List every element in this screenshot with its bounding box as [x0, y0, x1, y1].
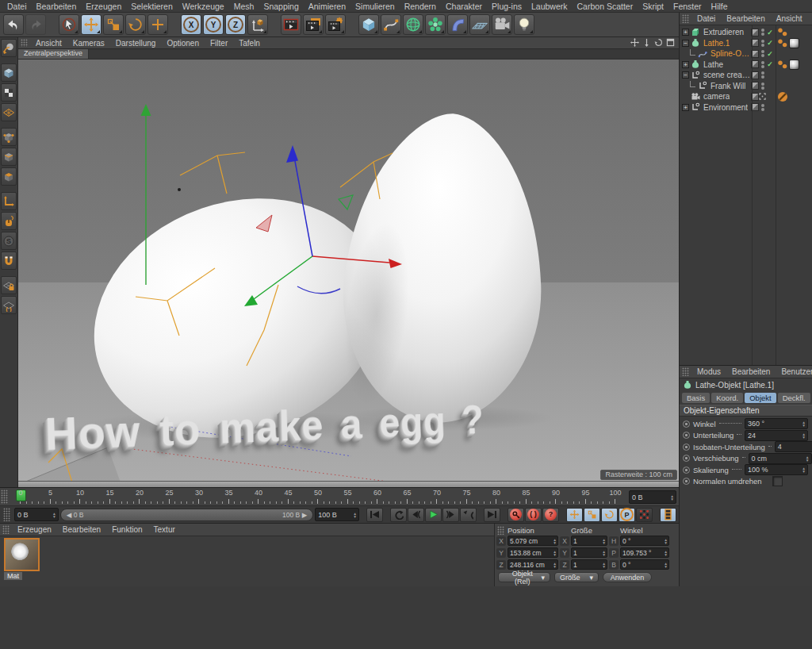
property-field[interactable]: 4▴▾: [775, 441, 812, 452]
menu-item[interactable]: Erzeugen: [81, 2, 126, 11]
spinner-icon[interactable]: ▴▾: [603, 562, 605, 568]
object-label[interactable]: Environment: [703, 103, 748, 112]
key-position-icon[interactable]: [566, 508, 583, 522]
viewport-menu-item[interactable]: Tafeln: [233, 39, 266, 48]
size-field[interactable]: 1▴▾: [571, 547, 607, 558]
add-deformer-icon[interactable]: [447, 14, 468, 35]
autokey-icon[interactable]: ( ): [525, 508, 542, 522]
property-checkbox[interactable]: [772, 476, 783, 486]
spinner-icon[interactable]: ▴▾: [671, 494, 673, 501]
object-row[interactable]: +Extrudieren✓: [680, 27, 812, 38]
object-row[interactable]: −scene created by: [680, 70, 812, 81]
menu-item[interactable]: Skript: [638, 2, 668, 11]
menu-item[interactable]: Bearbeiten: [32, 2, 82, 11]
dynamic-workplane-icon[interactable]: ( ): [1, 296, 17, 314]
spinner-icon[interactable]: ▴▾: [665, 538, 667, 544]
size-field[interactable]: 1▴▾: [571, 559, 607, 570]
attribute-tab[interactable]: Basis: [682, 393, 710, 403]
panel-grip[interactable]: [21, 39, 28, 47]
play-backwards-icon[interactable]: [390, 508, 407, 522]
axis-mode-icon[interactable]: [1, 192, 17, 210]
key-scale-icon[interactable]: [584, 508, 600, 522]
texture-mode-icon[interactable]: [1, 83, 17, 102]
phong-tag[interactable]: [777, 27, 788, 37]
panel-grip[interactable]: [1, 490, 8, 504]
object-manager-menu-item[interactable]: Objekte: [808, 14, 812, 23]
last-tool-icon[interactable]: [147, 14, 168, 35]
range-start-field[interactable]: 0 B▴▾: [14, 508, 59, 521]
record-circle-icon[interactable]: [683, 478, 690, 485]
viewport-mode-icon[interactable]: [1, 212, 17, 230]
material-name[interactable]: Mat: [4, 572, 22, 580]
add-generator-icon[interactable]: [403, 14, 423, 35]
key-pla-icon[interactable]: [636, 508, 653, 522]
material-menu-item[interactable]: Bearbeiten: [57, 525, 106, 534]
view-zoom-icon[interactable]: [642, 38, 651, 48]
visibility-toggles[interactable]: [760, 40, 765, 47]
record-circle-icon[interactable]: [683, 421, 690, 428]
record-circle-icon[interactable]: [683, 444, 690, 451]
object-manager-menu-item[interactable]: Datei: [691, 14, 721, 23]
material-tag[interactable]: [789, 60, 799, 70]
record-circle-icon[interactable]: [683, 455, 690, 462]
view-pan-icon[interactable]: [630, 38, 639, 48]
x-axis-lock-icon[interactable]: X: [181, 14, 201, 35]
object-label[interactable]: scene created by: [703, 71, 750, 79]
panel-grip[interactable]: [497, 526, 504, 535]
record-circle-icon[interactable]: [683, 432, 690, 439]
enabled-check-icon[interactable]: ✓: [766, 29, 774, 36]
move-tool-icon[interactable]: [81, 14, 102, 35]
attribute-menu-item[interactable]: Modus: [691, 367, 726, 376]
visibility-toggles[interactable]: [760, 83, 765, 90]
expand-plus-icon[interactable]: +: [682, 61, 689, 68]
spinner-icon[interactable]: ▴▾: [806, 455, 809, 462]
property-field[interactable]: 24▴▾: [745, 430, 808, 441]
spinner-icon[interactable]: ▴▾: [802, 421, 805, 427]
position-field[interactable]: 248.116 cm▴▾: [508, 559, 558, 570]
panel-grip[interactable]: [2, 525, 10, 534]
panel-grip[interactable]: [3, 508, 10, 521]
object-row[interactable]: camera: [680, 91, 812, 102]
object-row[interactable]: Spline-Objekt✓: [680, 48, 812, 60]
record-keyframe-icon[interactable]: [508, 508, 524, 522]
object-row[interactable]: +Environment: [680, 102, 812, 113]
angle-field[interactable]: 0 °▴▾: [620, 559, 669, 570]
protection-tag[interactable]: [777, 91, 788, 102]
attribute-menu-item[interactable]: Bearbeiten: [726, 367, 776, 376]
add-camera-icon[interactable]: [492, 14, 512, 35]
add-primitive-icon[interactable]: [358, 14, 379, 35]
coordinate-system-icon[interactable]: [247, 14, 268, 35]
spinner-icon[interactable]: ▴▾: [802, 467, 805, 473]
visibility-toggles[interactable]: [760, 50, 765, 57]
edges-mode-icon[interactable]: [1, 148, 17, 166]
object-row[interactable]: +Lathe✓: [680, 60, 812, 71]
add-spline-icon[interactable]: [381, 14, 401, 35]
enabled-check-icon[interactable]: ✓: [766, 39, 774, 47]
position-field[interactable]: 153.88 cm▴▾: [508, 547, 558, 558]
add-scene-object-icon[interactable]: [469, 14, 490, 35]
enabled-check-icon[interactable]: ✓: [766, 60, 774, 68]
menu-item[interactable]: Carbon Scatter: [573, 2, 638, 11]
menu-item[interactable]: Animieren: [304, 2, 350, 11]
size-mode-dropdown[interactable]: Größe▾: [554, 572, 599, 582]
spinner-icon[interactable]: ▴▾: [553, 562, 556, 568]
spinner-icon[interactable]: ▴▾: [553, 550, 556, 556]
range-end-field[interactable]: 100 B▴▾: [315, 508, 359, 521]
panel-grip[interactable]: [682, 14, 689, 23]
panel-grip[interactable]: [682, 367, 689, 376]
lock-workplane-icon[interactable]: [1, 276, 17, 294]
view-rotate-icon[interactable]: [654, 38, 663, 48]
expand-minus-icon[interactable]: −: [682, 71, 689, 79]
spinner-icon[interactable]: ▴▾: [665, 550, 667, 556]
viewport-canvas[interactable]: z x How to make a egg ? Rasterweite : 10…: [18, 60, 679, 481]
add-light-icon[interactable]: [514, 14, 534, 35]
material-menu-item[interactable]: Textur: [148, 525, 181, 534]
visibility-toggles[interactable]: [760, 61, 765, 68]
rotate-tool-icon[interactable]: [125, 14, 146, 35]
menu-item[interactable]: Mesh: [229, 2, 259, 11]
frame-overflow-field[interactable]: 0 B▴▾: [629, 490, 676, 504]
key-parameter-icon[interactable]: P: [619, 508, 635, 522]
make-editable-icon[interactable]: [1, 39, 17, 57]
visibility-toggles[interactable]: [760, 71, 765, 79]
angle-field[interactable]: 0 °▴▾: [620, 536, 669, 546]
